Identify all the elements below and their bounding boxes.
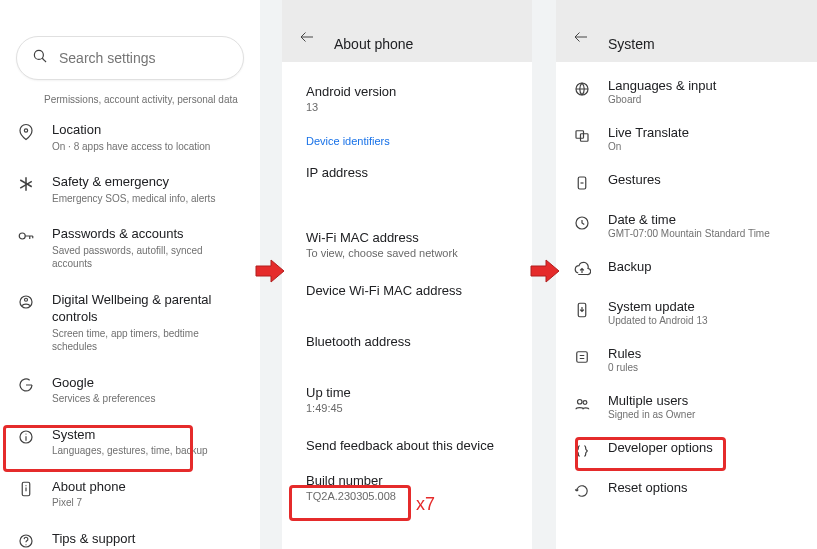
system-item-rules[interactable]: Rules 0 rules xyxy=(556,336,817,383)
search-input[interactable] xyxy=(59,50,234,66)
svg-point-2 xyxy=(24,129,27,132)
item-title: Location xyxy=(52,121,244,139)
about-item-android-version[interactable]: Android version 13 xyxy=(306,62,516,125)
svg-point-3 xyxy=(19,233,25,239)
info-icon xyxy=(16,426,36,446)
location-icon xyxy=(16,121,36,141)
settings-item-safety[interactable]: Safety & emergency Emergency SOS, medica… xyxy=(0,163,260,215)
item-sub: Gboard xyxy=(608,94,801,105)
back-icon[interactable] xyxy=(298,28,316,52)
back-icon[interactable] xyxy=(572,28,590,52)
item-label: Android version xyxy=(306,84,516,99)
item-label: Build number xyxy=(306,473,516,488)
item-sub: Screen time, app timers, bedtime schedul… xyxy=(52,327,244,354)
settings-item-tips[interactable]: Tips & support Help articles, phone & ch… xyxy=(0,520,260,549)
item-title: Rules xyxy=(608,346,801,361)
item-sub: On xyxy=(608,141,801,152)
users-icon xyxy=(572,393,592,413)
panel-header: About phone xyxy=(282,0,532,62)
system-item-system-update[interactable]: System update Updated to Android 13 xyxy=(556,289,817,336)
svg-rect-20 xyxy=(577,352,588,363)
system-item-live-translate[interactable]: Live Translate On xyxy=(556,115,817,162)
about-item-device-wifi-mac[interactable]: Device Wi-Fi MAC address xyxy=(306,271,516,322)
item-label: IP address xyxy=(306,165,516,180)
about-item-bt-address[interactable]: Bluetooth address xyxy=(306,322,516,373)
system-item-gestures[interactable]: Gestures xyxy=(556,162,817,202)
about-item-wifi-mac[interactable]: Wi-Fi MAC address To view, choose saved … xyxy=(306,218,516,271)
settings-item-about-phone[interactable]: About phone Pixel 7 xyxy=(0,468,260,520)
svg-point-8 xyxy=(25,433,26,434)
about-item-uptime[interactable]: Up time 1:49:45 xyxy=(306,373,516,426)
system-panel: System Languages & input Gboard Live Tra… xyxy=(556,0,817,549)
svg-point-11 xyxy=(25,485,26,486)
settings-item-passwords[interactable]: Passwords & accounts Saved passwords, au… xyxy=(0,215,260,281)
item-value: 13 xyxy=(306,101,516,113)
item-title: Live Translate xyxy=(608,125,801,140)
item-sub: On · 8 apps have access to location xyxy=(52,140,244,154)
settings-item-wellbeing[interactable]: Digital Wellbeing & parental controls Sc… xyxy=(0,281,260,364)
reset-icon xyxy=(572,480,592,500)
system-item-developer-options[interactable]: Developer options xyxy=(556,430,817,470)
about-item-ip-address[interactable]: IP address xyxy=(306,153,516,218)
header-title: System xyxy=(608,36,655,52)
system-item-reset-options[interactable]: Reset options xyxy=(556,470,817,510)
truncated-row: Permissions, account activity, personal … xyxy=(0,92,260,111)
item-value: To view, choose saved network xyxy=(306,247,516,259)
svg-rect-16 xyxy=(581,134,589,142)
translate-icon xyxy=(572,125,592,145)
item-title: Developer options xyxy=(608,440,801,455)
settings-item-location[interactable]: Location On · 8 apps have access to loca… xyxy=(0,111,260,163)
settings-item-google[interactable]: Google Services & preferences xyxy=(0,364,260,416)
system-item-date-time[interactable]: Date & time GMT-07:00 Mountain Standard … xyxy=(556,202,817,249)
item-label: Up time xyxy=(306,385,516,400)
svg-point-13 xyxy=(25,544,26,545)
about-phone-panel: About phone Android version 13 Device id… xyxy=(282,0,532,549)
svg-point-22 xyxy=(583,401,587,405)
google-icon xyxy=(16,374,36,394)
system-item-backup[interactable]: Backup xyxy=(556,249,817,289)
backup-icon xyxy=(572,259,592,279)
braces-icon xyxy=(572,440,592,460)
about-item-build-number[interactable]: Build number TQ2A.230305.008 xyxy=(306,465,516,514)
item-label: Bluetooth address xyxy=(306,334,516,349)
system-item-languages[interactable]: Languages & input Gboard xyxy=(556,68,817,115)
system-update-icon xyxy=(572,299,592,319)
item-label: Device Wi-Fi MAC address xyxy=(306,283,516,298)
item-title: Safety & emergency xyxy=(52,173,244,191)
item-sub: Updated to Android 13 xyxy=(608,315,801,326)
header-title: About phone xyxy=(334,36,413,52)
item-label: Wi-Fi MAC address xyxy=(306,230,516,245)
search-wrap xyxy=(16,36,244,80)
panel-header: System xyxy=(556,0,817,62)
clock-icon xyxy=(572,212,592,232)
item-title: Tips & support xyxy=(52,530,244,548)
svg-line-1 xyxy=(42,58,46,62)
settings-item-system[interactable]: System Languages, gestures, time, backup xyxy=(0,416,260,468)
item-title: Multiple users xyxy=(608,393,801,408)
item-sub: Pixel 7 xyxy=(52,496,244,510)
item-sub: Saved passwords, autofill, synced accoun… xyxy=(52,244,244,271)
key-icon xyxy=(16,225,36,245)
settings-root-panel: Permissions, account activity, personal … xyxy=(0,0,260,549)
item-value: TQ2A.230305.008 xyxy=(306,490,516,502)
item-sub: Services & preferences xyxy=(52,392,244,406)
search-field[interactable] xyxy=(16,36,244,80)
globe-icon xyxy=(572,78,592,98)
help-icon xyxy=(16,530,36,549)
svg-point-5 xyxy=(25,298,28,301)
item-sub: Languages, gestures, time, backup xyxy=(52,444,244,458)
svg-point-21 xyxy=(578,400,583,405)
item-title: Date & time xyxy=(608,212,801,227)
item-title: About phone xyxy=(52,478,244,496)
item-title: Languages & input xyxy=(608,78,801,93)
about-item-feedback[interactable]: Send feedback about this device xyxy=(306,426,516,465)
system-item-multiple-users[interactable]: Multiple users Signed in as Owner xyxy=(556,383,817,430)
item-title: Backup xyxy=(608,259,801,274)
item-title: Reset options xyxy=(608,480,801,495)
wellbeing-icon xyxy=(16,291,36,311)
item-sub: Signed in as Owner xyxy=(608,409,801,420)
item-title: Google xyxy=(52,374,244,392)
phone-info-icon xyxy=(16,478,36,498)
tap-count-annotation: x7 xyxy=(416,494,435,515)
device-identifiers-label: Device identifiers xyxy=(306,125,516,153)
